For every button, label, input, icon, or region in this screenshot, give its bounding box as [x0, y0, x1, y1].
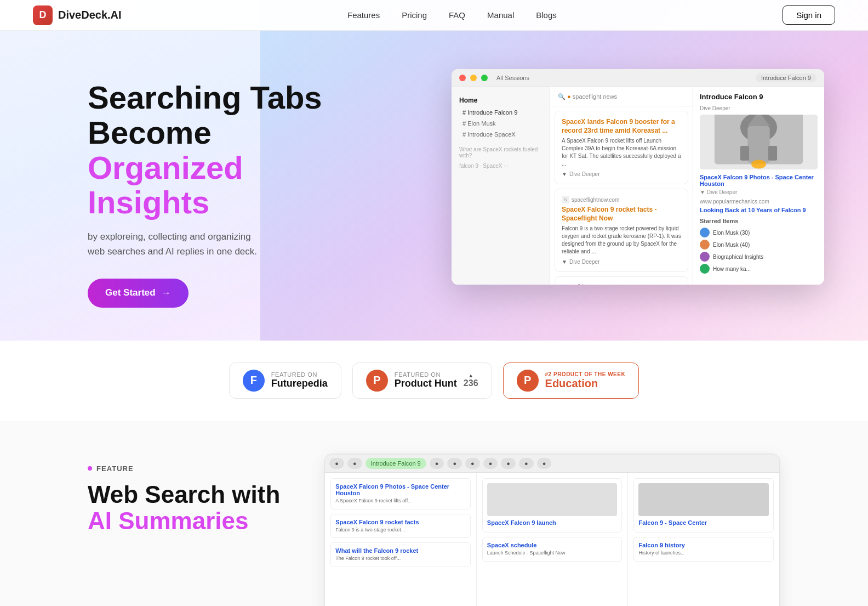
feature-label: FEATURE [96, 465, 134, 473]
hero-headline-line2: Become [88, 115, 212, 150]
ss-starred-text-3: Biographical Insights [713, 254, 763, 260]
product-week-icon: P [517, 370, 539, 392]
f-card1-text: A SpaceX Falcon 9 rocket lifts off... [335, 498, 466, 505]
feature-tab-9[interactable]: ● [519, 458, 534, 469]
futurepedia-label: Featured on [271, 371, 328, 378]
f-card-7[interactable]: Falcon 9 history History of launches... [633, 537, 774, 562]
ss-right-card-title: SpaceX Falcon 9 Photos - Space Center Ho… [700, 174, 818, 187]
producthunt-icon: P [366, 370, 388, 392]
f-card-1[interactable]: SpaceX Falcon 9 Photos - Space Center Ho… [330, 478, 471, 509]
ss-card3-domain: www.ejhl.com [562, 284, 681, 285]
ss-starred-item-2: Elon Musk (40) [700, 240, 818, 250]
count-up-icon: ▲ [468, 372, 473, 378]
svg-point-7 [751, 160, 766, 168]
ss-right-card-link[interactable]: ▼ Dive Deeper [700, 189, 818, 195]
hero-headline-line1: Searching Tabs [88, 80, 322, 115]
logo-text: DiveDeck.AI [58, 9, 122, 21]
feature-tab-10[interactable]: ● [537, 458, 552, 469]
feature-tab-4[interactable]: ● [430, 458, 444, 469]
nav-blogs[interactable]: Blogs [536, 10, 557, 20]
feature-col-3: Falcon 9 - Space Center Falcon 9 history… [628, 473, 779, 606]
cta-arrow-icon: → [161, 287, 171, 299]
ss-starred-item-3: Biographical Insights [700, 252, 818, 262]
hero-content: Searching Tabs Become Organized Insights… [0, 31, 868, 341]
producthunt-name: Product Hunt [395, 378, 457, 389]
signin-button[interactable]: Sign in [783, 5, 835, 25]
ss-starred-title: Starred Items [700, 218, 818, 224]
futurepedia-icon: F [243, 370, 265, 392]
svg-rect-6 [768, 146, 777, 161]
toolbar-session-label: All Sessions [496, 75, 529, 81]
ss-domain-1: 🔍 ● spaceflight news [558, 93, 617, 100]
ss-avatar-1 [700, 228, 710, 237]
f-card4-image [487, 483, 618, 516]
producthunt-badge[interactable]: P FEATURED ON Product Hunt ▲ 236 [352, 363, 492, 399]
nav-features[interactable]: Features [347, 10, 380, 20]
screenshot-right-panel: Introduce Falcon 9 Dive Deeper [693, 87, 824, 285]
ss-starred-text-1: Elon Musk (30) [713, 230, 750, 236]
ss-card1-link[interactable]: ▼ Dive Deeper [562, 171, 681, 177]
screenshot-mid-panel: 🔍 ● spaceflight news SpaceX lands Falcon… [550, 87, 693, 285]
ss-starred-text-2: Elon Musk (40) [713, 242, 750, 248]
ss-card-1[interactable]: SpaceX lands Falcon 9 booster for a reco… [555, 111, 688, 184]
f-card6-title: Falcon 9 - Space Center [638, 519, 769, 526]
ss-left-search-hint: What are SpaceX rockets fueled with? [452, 144, 550, 161]
navbar: D DiveDeck.AI Features Pricing FAQ Manua… [0, 0, 868, 31]
get-started-button[interactable]: Get Started → [88, 279, 189, 308]
ss-avatar-2 [700, 240, 710, 250]
ss-avatar-4 [700, 264, 710, 274]
feature-tab-2[interactable]: ● [347, 458, 362, 469]
close-dot [459, 75, 466, 81]
feature-tab-6[interactable]: ● [465, 458, 480, 469]
ss-card1-text: A SpaceX Falcon 9 rocket lifts off Launc… [562, 137, 681, 168]
ss-left-musk[interactable]: # Elon Musk [452, 118, 550, 129]
ss-right-image [700, 115, 818, 169]
count-number: 236 [464, 378, 478, 388]
feature-screenshot: ● ● Introduce Falcon 9 ● ● ● ● ● ● ● Spa… [324, 454, 780, 606]
feature-tab-5[interactable]: ● [447, 458, 462, 469]
f-card-4[interactable]: SpaceX Falcon 9 launch [482, 478, 623, 533]
feature-tab-8[interactable]: ● [501, 458, 516, 469]
f-card7-title: Falcon 9 history [638, 542, 769, 548]
rocket-image-svg [700, 115, 818, 169]
feature-tabs[interactable]: ● ● Introduce Falcon 9 ● ● ● ● ● ● ● [325, 455, 779, 473]
product-week-badge[interactable]: P #2 PRODUCT OF THE WEEK Education [503, 363, 639, 399]
nav-links: Features Pricing FAQ Manual Blogs [347, 10, 557, 20]
ss-card2-link[interactable]: ▼ Dive Deeper [562, 259, 681, 265]
feature-tab-7[interactable]: ● [483, 458, 498, 469]
producthunt-label: FEATURED ON [395, 371, 457, 378]
ss-left-result-hint: falcon 9 · SpaceX ··· [452, 161, 550, 171]
futurepedia-badge[interactable]: F Featured on Futurepedia [229, 363, 341, 399]
f-card-3[interactable]: What will the Falcon 9 rocket The Falcon… [330, 542, 471, 567]
nav-faq[interactable]: FAQ [449, 10, 465, 20]
nav-manual[interactable]: Manual [487, 10, 514, 20]
ss-left-spacex[interactable]: # Introduce SpaceX [452, 129, 550, 140]
cta-label: Get Started [105, 287, 156, 298]
logo[interactable]: D DiveDeck.AI [33, 5, 122, 25]
ss-left-falcon[interactable]: # Introduce Falcon 9 [452, 107, 550, 118]
f-card4-title: SpaceX Falcon 9 launch [487, 519, 618, 526]
feature-title: Web Search with AI Summaries [88, 482, 280, 535]
ss-card2-text: Falcon 9 is a two-stage rocket powered b… [562, 225, 681, 256]
futurepedia-text: Featured on Futurepedia [271, 371, 328, 389]
hero-headline-accent: Organized Insights [88, 150, 243, 220]
ss-left-home[interactable]: Home [452, 94, 550, 107]
feature-text: FEATURE Web Search with AI Summaries [88, 454, 280, 539]
hero-headline: Searching Tabs Become Organized Insights [88, 80, 351, 220]
f-card-5[interactable]: SpaceX schedule Launch Schedule - Spacef… [482, 537, 623, 562]
svg-rect-5 [740, 146, 749, 161]
ss-starred-item-4: How many ka... [700, 264, 818, 274]
svg-rect-3 [747, 126, 769, 162]
ss-card-3[interactable]: www.ejhl.com What will the Falcon 9 rock… [555, 276, 688, 285]
f-card-2[interactable]: SpaceX Falcon 9 rocket facts Falcon 9 is… [330, 514, 471, 539]
nav-pricing[interactable]: Pricing [402, 10, 427, 20]
ss-mid-header: 🔍 ● spaceflight news [550, 87, 693, 106]
producthunt-count: ▲ 236 [464, 372, 478, 388]
feature-tab-1[interactable]: ● [329, 458, 344, 469]
feature-tab-falcon[interactable]: Introduce Falcon 9 [366, 458, 426, 469]
app-screenshot: All Sessions Introduce Falcon 9 Home # I… [452, 69, 824, 285]
f-card-6[interactable]: Falcon 9 - Space Center [633, 478, 774, 533]
toolbar-tab-label: Introduce Falcon 9 [756, 73, 816, 82]
ss-card-2[interactable]: S spaceflightnow.com SpaceX Falcon 9 roc… [555, 189, 688, 272]
hero-text: Searching Tabs Become Organized Insights… [88, 69, 351, 308]
